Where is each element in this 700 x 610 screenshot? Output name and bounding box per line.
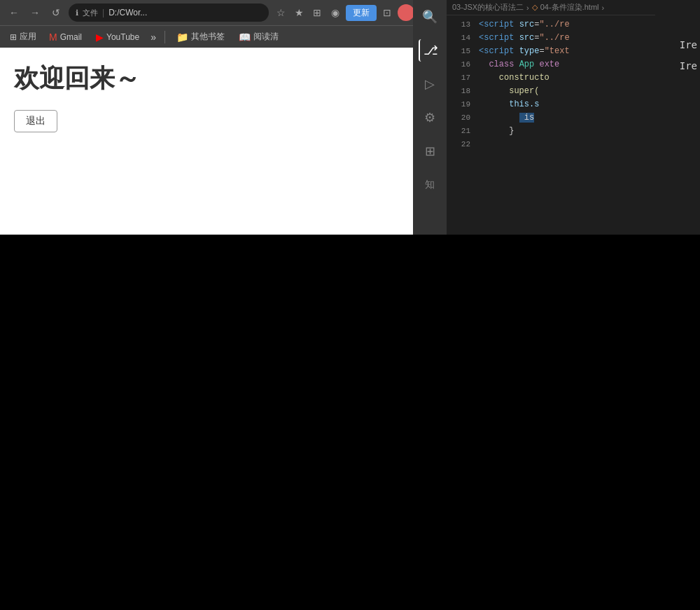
other-bookmarks-label: 其他书签 <box>191 31 225 43</box>
breadcrumb-sep2: › <box>602 4 605 12</box>
reading-label: 阅读清 <box>253 31 279 43</box>
line-number: 21 <box>449 125 470 138</box>
zhihu-icon[interactable]: 知 <box>419 174 441 196</box>
back-button[interactable]: ← <box>6 4 22 21</box>
webpage-content: 欢迎回来～ 退出 <box>0 48 420 235</box>
apps-grid-icon: ⊞ <box>10 32 17 42</box>
tab-search-icon[interactable]: ⊞ <box>309 5 325 20</box>
code-text: <script type="text <box>479 45 570 58</box>
code-text: <script src="../re <box>479 18 570 32</box>
run-debug-icon[interactable]: ▷ <box>419 73 441 95</box>
gmail-bookmark[interactable]: M Gmail <box>43 30 88 44</box>
folder-icon: 📁 <box>176 32 188 43</box>
breadcrumb-part1: 03-JSX的核心语法二 <box>452 2 524 13</box>
source-control-icon[interactable]: ⎇ <box>419 39 441 62</box>
breadcrumb-file-icon: ◇ <box>532 3 538 12</box>
bookmarks-bar: ⊞ 应用 M Gmail ▶ YouTube » 📁 其他书签 📖 阅读清 <box>0 25 420 48</box>
search-activity-icon[interactable]: 🔍 <box>419 6 441 28</box>
breadcrumb-sep1: › <box>526 4 529 12</box>
info-icon: ℹ <box>76 8 78 18</box>
activity-bar: 🔍 ⎇ ▷ ⚙ ⊞ 知 <box>413 0 447 235</box>
more-icon[interactable]: ⊡ <box>379 5 395 20</box>
right-partial-panel: Ire Ire <box>655 0 700 91</box>
line-number: 19 <box>449 98 470 111</box>
line-number: 17 <box>449 71 470 85</box>
breadcrumb-part2: 04-条件渲染.html <box>540 2 599 13</box>
forward-button[interactable]: → <box>27 4 43 21</box>
logout-button[interactable]: 退出 <box>14 110 57 132</box>
code-text: super( <box>479 85 539 98</box>
line-number: 13 <box>449 18 470 32</box>
reading-list-bookmark[interactable]: 📖 阅读清 <box>233 29 284 44</box>
apps-label: 应用 <box>20 31 36 43</box>
address-text: D:/CWor... <box>108 8 262 18</box>
youtube-label: YouTube <box>106 32 139 42</box>
line-number: 16 <box>449 58 470 71</box>
code-line-20: 20 is <box>447 111 700 125</box>
other-bookmarks[interactable]: 📁 其他书签 <box>171 29 230 44</box>
code-text: is <box>479 111 534 125</box>
ire-text-top: Ire <box>677 36 700 53</box>
line-number: 15 <box>449 45 470 58</box>
extensions-icon[interactable]: ☆ <box>273 5 288 20</box>
youtube-bookmark[interactable]: ▶ YouTube <box>90 30 145 44</box>
separator: | <box>102 8 104 18</box>
code-text: class App exte <box>479 58 559 71</box>
line-number: 22 <box>449 138 470 151</box>
ire-text-bottom: Ire <box>677 57 700 74</box>
reading-icon: 📖 <box>239 32 251 43</box>
code-line-22: 22 <box>447 138 700 151</box>
code-text: this.s <box>479 98 539 111</box>
divider <box>164 31 165 43</box>
apps-bookmark[interactable]: ⊞ 应用 <box>6 29 41 44</box>
line-number: 20 <box>449 111 470 125</box>
update-button[interactable]: 更新 <box>346 5 377 21</box>
browser-window: ← → ↺ ℹ 文件 | D:/CWor... ☆ ★ ⊞ ◉ 更新 ⊡ ⊞ 应… <box>0 0 420 235</box>
bottom-area <box>0 235 700 610</box>
more-bookmarks-button[interactable]: » <box>148 32 159 43</box>
code-line-21: 21 } <box>447 125 700 138</box>
reload-button[interactable]: ↺ <box>48 4 64 21</box>
toolbar-icons: ☆ ★ ⊞ ◉ 更新 ⊡ <box>273 4 414 21</box>
youtube-icon: ▶ <box>96 32 104 43</box>
puzzle-icon[interactable]: ⊞ <box>419 140 441 162</box>
extensions-activity-icon[interactable]: ⚙ <box>419 106 441 129</box>
gmail-label: Gmail <box>60 32 82 42</box>
code-text: constructo <box>479 71 550 85</box>
browser-toolbar: ← → ↺ ℹ 文件 | D:/CWor... ☆ ★ ⊞ ◉ 更新 ⊡ <box>0 0 420 25</box>
line-number: 14 <box>449 32 470 45</box>
gmail-icon: M <box>49 32 57 43</box>
profile-avatar[interactable] <box>398 4 414 21</box>
code-line-19: 19 this.s <box>447 98 700 111</box>
bookmark-icon[interactable]: ★ <box>291 5 307 20</box>
code-text: <script src="../re <box>479 32 570 45</box>
welcome-title: 欢迎回来～ <box>14 62 406 96</box>
line-number: 18 <box>449 85 470 98</box>
cast-icon[interactable]: ◉ <box>328 5 343 20</box>
file-label: 文件 <box>83 8 98 18</box>
address-bar[interactable]: ℹ 文件 | D:/CWor... <box>69 4 269 22</box>
code-text: } <box>479 125 514 138</box>
